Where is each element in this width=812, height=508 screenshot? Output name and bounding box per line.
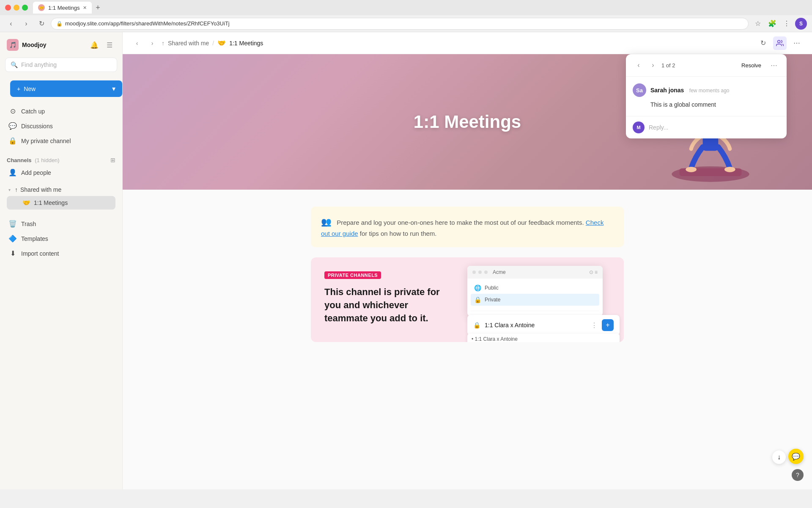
breadcrumb-share-icon: ↑ xyxy=(162,40,165,47)
workspace-info[interactable]: 🎵 Moodjoy xyxy=(7,39,47,51)
reply-avatar: M xyxy=(633,121,645,133)
channels-section-icon[interactable]: ⊞ xyxy=(110,157,115,163)
catchup-icon: ⊙ xyxy=(8,107,17,115)
extensions-btn[interactable]: 🧩 xyxy=(766,18,778,30)
search-bar[interactable]: 🔍 Find anything xyxy=(5,58,117,72)
browser-refresh-btn[interactable]: ↻ xyxy=(36,18,47,30)
channel-more-btn[interactable]: ⋮ xyxy=(591,321,598,329)
sidebar-item-catchup[interactable]: ⊙ Catch up xyxy=(3,104,119,119)
sidebar-item-templates[interactable]: 🔷 Templates xyxy=(3,231,119,246)
top-bar: ‹ › ↑ Shared with me / 🤝 1:1 Meetings ↻ xyxy=(123,32,812,54)
catchup-label: Catch up xyxy=(21,108,45,115)
private-channels-card: PRIVATE CHANNELS This channel is private… xyxy=(311,257,624,342)
address-bar[interactable]: 🔒 moodjoy.slite.com/app/filters/sharedWi… xyxy=(51,18,749,30)
new-button[interactable]: + New ▾ xyxy=(10,80,122,97)
svg-point-0 xyxy=(778,40,780,43)
comment-prev-btn[interactable]: ‹ xyxy=(633,59,645,71)
share-icon: ↑ xyxy=(15,186,18,193)
browser-forward-btn[interactable]: › xyxy=(20,18,32,30)
shared-with-me-header[interactable]: ▾ ↑ Shared with me xyxy=(3,183,119,196)
discussions-icon: 💬 xyxy=(8,122,17,130)
float-chat-btn[interactable]: 💬 xyxy=(788,449,804,464)
trash-label: Trash xyxy=(21,221,36,227)
channels-screenshot: Acme ⊙ ≡ 🌐 Public 🔒 Private xyxy=(467,266,603,316)
browser-back-btn[interactable]: ‹ xyxy=(5,18,17,30)
comment-next-btn[interactable]: › xyxy=(647,59,659,71)
private-channel-icon: 🔒 xyxy=(8,137,17,145)
breadcrumb-emoji: 🤝 xyxy=(217,39,226,47)
browser-profile-btn[interactable]: S xyxy=(795,18,807,30)
public-row: 🌐 Public xyxy=(471,282,599,294)
doc-nav-forward[interactable]: › xyxy=(146,37,158,49)
private-channels-badge: PRIVATE CHANNELS xyxy=(324,271,381,279)
sidebar-item-trash[interactable]: 🗑️ Trash xyxy=(3,216,119,231)
browser-tab[interactable]: 🤝 1:1 Meetings ✕ xyxy=(33,2,92,14)
meetings-icon: 🤝 xyxy=(22,199,30,207)
info-text: Prepare and log your one-on-ones here to… xyxy=(337,219,584,226)
doc-hero-title: 1:1 Meetings xyxy=(414,112,521,132)
sidebar-item-11-meetings[interactable]: 🤝 1:1 Meetings xyxy=(7,196,115,210)
channel-row: 🔒 1:1 Clara x Antoine ⋮ + xyxy=(467,315,620,335)
info-banner: 👥 Prepare and log your one-on-ones here … xyxy=(311,207,624,247)
templates-icon: 🔷 xyxy=(8,235,17,243)
svg-point-7 xyxy=(686,167,697,172)
bookmark-btn[interactable]: ☆ xyxy=(752,18,764,30)
meetings-label: 1:1 Meetings xyxy=(34,199,68,206)
templates-label: Templates xyxy=(21,235,48,242)
comment-author-avatar: Sa xyxy=(633,83,646,97)
refresh-btn[interactable]: ↻ xyxy=(756,36,770,50)
reply-input[interactable]: Reply... xyxy=(649,124,780,131)
breadcrumb: ↑ Shared with me / 🤝 1:1 Meetings xyxy=(162,39,263,47)
trash-icon: 🗑️ xyxy=(8,220,17,228)
import-icon: ⬇ xyxy=(8,249,17,257)
sidebar-item-discussions[interactable]: 💬 Discussions xyxy=(3,119,119,133)
channel-lock-icon: 🔒 xyxy=(473,322,480,329)
private-row: 🔒 Private xyxy=(471,294,599,306)
import-label: Import content xyxy=(21,250,59,257)
private-channel-label: My private channel xyxy=(21,138,71,144)
sidebar-item-import[interactable]: ⬇ Import content xyxy=(3,246,119,261)
search-icon: 🔍 xyxy=(11,61,18,68)
comment-more-btn[interactable]: ⋯ xyxy=(768,59,780,71)
sidebar-item-private-channel[interactable]: 🔒 My private channel xyxy=(3,133,119,148)
notification-btn[interactable]: 🔔 xyxy=(88,39,100,51)
breadcrumb-separator: / xyxy=(212,40,214,47)
resolve-button[interactable]: Resolve xyxy=(738,61,765,70)
new-icon: + xyxy=(17,86,20,92)
sub-channel-1: • 1:1 Clara x Antoine xyxy=(467,334,620,342)
lock-icon: 🔒 xyxy=(56,21,63,27)
workspace-avatar: 🎵 xyxy=(7,39,19,51)
sidebar-toggle-btn[interactable]: ☰ xyxy=(104,39,115,51)
channels-section-title: Channels (1 hidden) xyxy=(7,157,60,163)
sidebar: 🎵 Moodjoy 🔔 ☰ 🔍 Find anything + New ▾ xyxy=(0,32,123,489)
info-icon: 👥 xyxy=(321,217,332,226)
scroll-down-btn[interactable]: ↓ xyxy=(772,450,786,464)
svg-point-8 xyxy=(724,167,735,172)
search-placeholder: Find anything xyxy=(21,61,57,68)
comment-text: This is a global comment xyxy=(633,100,780,109)
main-content: ‹ › ↑ Shared with me / 🤝 1:1 Meetings ↻ xyxy=(123,32,812,489)
new-button-label: New xyxy=(24,86,36,92)
add-people-icon: 👤 xyxy=(8,168,17,177)
url-text: moodjoy.slite.com/app/filters/sharedWith… xyxy=(65,20,230,27)
channel-name: 1:1 Clara x Antoine xyxy=(485,322,587,329)
doc-nav-back[interactable]: ‹ xyxy=(131,37,143,49)
comment-author-name: Sarah jonas xyxy=(650,87,684,94)
tab-close-btn[interactable]: ✕ xyxy=(83,5,87,11)
comment-time: few moments ago xyxy=(689,88,730,94)
browser-menu-btn[interactable]: ⋮ xyxy=(781,18,793,30)
discussions-label: Discussions xyxy=(21,123,53,130)
more-options-btn[interactable]: ⋯ xyxy=(790,36,804,50)
channel-add-btn[interactable]: + xyxy=(602,319,614,331)
new-tab-button[interactable]: + xyxy=(92,2,104,14)
add-people-label: Add people xyxy=(21,169,51,176)
workspace-name: Moodjoy xyxy=(22,41,47,48)
comments-btn[interactable] xyxy=(773,36,787,50)
shared-arrow-icon: ▾ xyxy=(8,188,11,192)
comment-popup: ‹ › 1 of 2 Resolve ⋯ Sa Sarah jonas few … xyxy=(626,54,787,138)
info-suffix: for tips on how to run them. xyxy=(360,230,437,237)
private-channels-title: This channel is private for you and whic… xyxy=(324,286,450,325)
breadcrumb-parent[interactable]: Shared with me xyxy=(168,40,209,47)
help-btn[interactable]: ? xyxy=(792,469,804,481)
sidebar-item-add-people[interactable]: 👤 Add people xyxy=(3,165,119,180)
